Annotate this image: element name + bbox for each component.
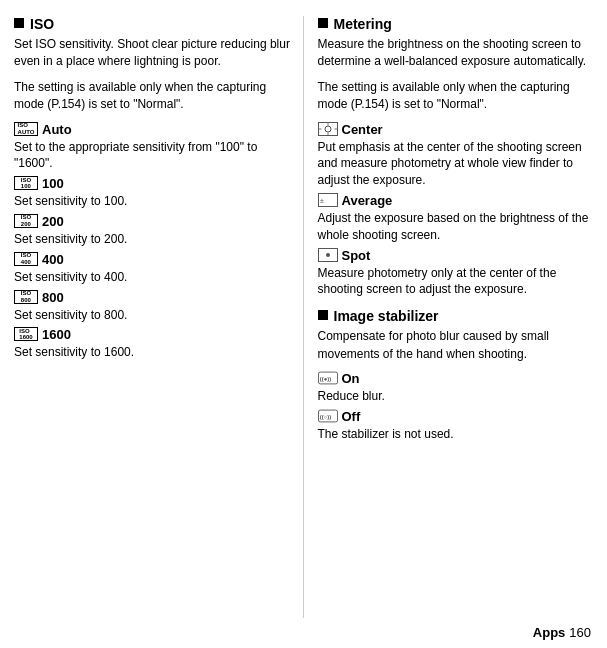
stabilizer-off-desc: The stabilizer is not used. [318, 426, 596, 443]
iso-title: ISO [30, 16, 54, 32]
stabilizer-title: Image stabilizer [334, 308, 439, 324]
metering-spot-row: Spot [318, 248, 596, 263]
stabilizer-bullet [318, 310, 328, 320]
iso-section-header: ISO [14, 16, 291, 32]
metering-spot-desc: Measure photometry only at the center of… [318, 265, 596, 299]
stabilizer-on-desc: Reduce blur. [318, 388, 596, 405]
metering-section-header: Metering [318, 16, 596, 32]
stabilizer-intro: Compensate for photo blur caused by smal… [318, 328, 596, 363]
iso-800-badge: ISO800 [14, 290, 38, 304]
metering-average-desc: Adjust the exposure based on the brightn… [318, 210, 596, 244]
metering-title: Metering [334, 16, 392, 32]
iso-1600-badge: ISO1600 [14, 327, 38, 341]
iso-auto-badge: ISOAUTO [14, 122, 38, 136]
iso-1600-desc: Set sensitivity to 1600. [14, 344, 291, 361]
iso-1600-label: 1600 [42, 327, 71, 342]
left-column: ISO Set ISO sensitivity. Shoot clear pic… [0, 16, 304, 618]
stabilizer-on-label: On [342, 371, 360, 386]
page-container: ISO Set ISO sensitivity. Shoot clear pic… [0, 0, 607, 648]
metering-bullet [318, 18, 328, 28]
stabilizer-on-icon: ((●)) [318, 371, 338, 385]
iso-auto-label: Auto [42, 122, 72, 137]
iso-200-desc: Set sensitivity to 200. [14, 231, 291, 248]
svg-point-9 [326, 253, 330, 257]
stabilizer-off-icon: ((○)) [318, 409, 338, 423]
stabilizer-section-header: Image stabilizer [318, 308, 596, 324]
metering-center-desc: Put emphasis at the center of the shooti… [318, 139, 596, 189]
iso-100-row: ISO100 100 [14, 176, 291, 191]
spot-metering-icon [318, 248, 338, 262]
iso-200-label: 200 [42, 214, 64, 229]
iso-1600-row: ISO1600 1600 [14, 327, 291, 342]
iso-note: The setting is available only when the c… [14, 79, 291, 114]
footer-page-number: 160 [569, 625, 591, 640]
footer: Apps 160 [533, 625, 591, 640]
iso-auto-desc: Set to the appropriate sensitivity from … [14, 139, 291, 173]
iso-400-desc: Set sensitivity to 400. [14, 269, 291, 286]
iso-200-badge: ISO200 [14, 214, 38, 228]
metering-average-label: Average [342, 193, 393, 208]
svg-text:±: ± [320, 197, 324, 204]
average-metering-icon: ± [318, 193, 338, 207]
svg-text:((○)): ((○)) [319, 413, 330, 419]
footer-apps-label: Apps [533, 625, 566, 640]
iso-100-badge: ISO100 [14, 176, 38, 190]
svg-text:((●)): ((●)) [319, 376, 330, 382]
stabilizer-off-label: Off [342, 409, 361, 424]
metering-note: The setting is available only when the c… [318, 79, 596, 114]
iso-400-row: ISO400 400 [14, 252, 291, 267]
iso-intro: Set ISO sensitivity. Shoot clear picture… [14, 36, 291, 71]
iso-bullet [14, 18, 24, 28]
iso-400-label: 400 [42, 252, 64, 267]
stabilizer-off-row: ((○)) Off [318, 409, 596, 424]
metering-center-row: Center [318, 122, 596, 137]
right-column: Metering Measure the brightness on the s… [304, 16, 608, 618]
iso-800-desc: Set sensitivity to 800. [14, 307, 291, 324]
iso-200-row: ISO200 200 [14, 214, 291, 229]
iso-800-label: 800 [42, 290, 64, 305]
iso-400-badge: ISO400 [14, 252, 38, 266]
metering-center-label: Center [342, 122, 383, 137]
stabilizer-on-row: ((●)) On [318, 371, 596, 386]
metering-intro: Measure the brightness on the shooting s… [318, 36, 596, 71]
iso-auto-row: ISOAUTO Auto [14, 122, 291, 137]
iso-100-desc: Set sensitivity to 100. [14, 193, 291, 210]
center-metering-icon [318, 122, 338, 136]
iso-100-label: 100 [42, 176, 64, 191]
metering-spot-label: Spot [342, 248, 371, 263]
metering-average-row: ± Average [318, 193, 596, 208]
iso-800-row: ISO800 800 [14, 290, 291, 305]
